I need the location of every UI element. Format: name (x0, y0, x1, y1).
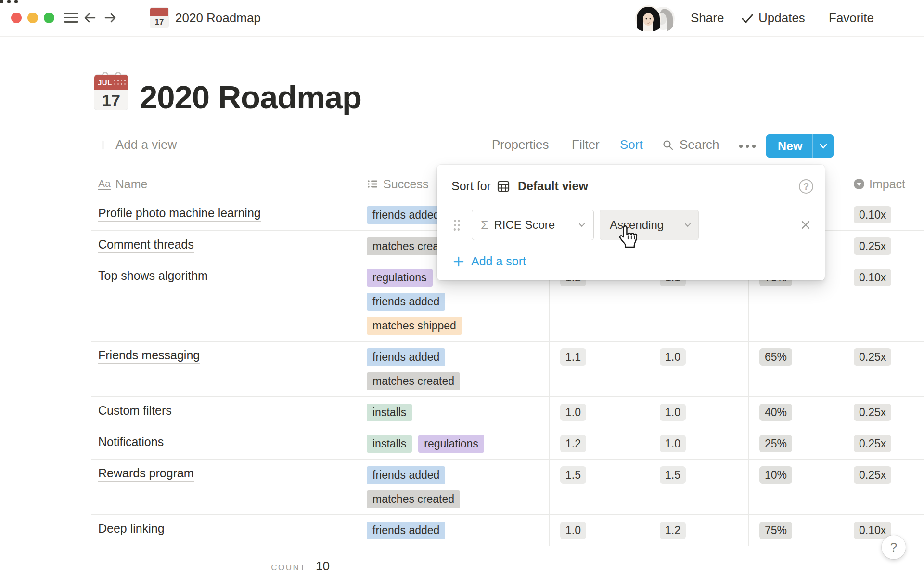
number-cell[interactable]: 1.2 (550, 428, 649, 459)
chevron-down-icon (684, 221, 692, 229)
zoom-window-button[interactable] (44, 13, 54, 23)
search-button[interactable]: Search (662, 137, 719, 152)
chevron-down-icon (578, 221, 586, 229)
breadcrumb-page-title[interactable]: 2020 Roadmap (175, 0, 261, 36)
column-header-impact[interactable]: Impact (843, 169, 924, 199)
new-button[interactable]: New (766, 134, 834, 158)
page-link[interactable]: Top shows algorithm (98, 269, 208, 284)
page-link[interactable]: Comment threads (98, 237, 194, 253)
row-name-cell[interactable]: Deep linking (91, 515, 356, 546)
number-cell[interactable]: 1.1 (550, 342, 649, 396)
number-value: 1.2 (660, 522, 686, 539)
success-tags-cell[interactable]: friends addedmatches created (356, 460, 550, 514)
number-cell[interactable]: 40% (749, 397, 843, 428)
number-value: 1.1 (560, 348, 586, 366)
number-value: 1.5 (660, 466, 686, 484)
number-cell[interactable]: 1.0 (550, 515, 649, 546)
sidebar-menu-icon[interactable] (64, 13, 78, 23)
formula-sigma-icon: Σ (481, 218, 488, 232)
sort-property-value: RICE Score (494, 218, 555, 232)
number-value: 1.2 (560, 435, 586, 452)
sort-direction-select[interactable]: Ascending (600, 210, 699, 240)
column-header-name[interactable]: Aa Name (91, 169, 356, 199)
sort-button[interactable]: Sort (620, 137, 643, 152)
page-icon-calendar[interactable]: JUL 17 (94, 75, 128, 110)
impact-value: 0.25x (854, 348, 891, 366)
number-cell[interactable]: 65% (749, 342, 843, 396)
table-row: Custom filtersinstalls1.01.040%0.25x (91, 397, 924, 428)
impact-cell[interactable]: 0.25x (843, 460, 924, 514)
number-value: 1.0 (560, 522, 586, 539)
success-tags-cell[interactable]: friends added (356, 515, 550, 546)
row-name-cell[interactable]: Custom filters (91, 397, 356, 428)
favorite-button[interactable]: Favorite (829, 0, 874, 36)
drag-handle-icon[interactable] (453, 219, 461, 231)
number-cell[interactable]: 1.0 (649, 342, 749, 396)
forward-arrow-icon[interactable] (103, 11, 117, 25)
row-name-cell[interactable]: Profile photo machine learning (91, 199, 356, 230)
help-icon[interactable]: ? (799, 179, 813, 194)
success-tags-cell[interactable]: friends addedmatches created (356, 342, 550, 396)
page-title[interactable]: 2020 Roadmap (140, 79, 361, 116)
number-value: 1.5 (560, 466, 586, 484)
page-link[interactable]: Custom filters (98, 404, 172, 419)
back-arrow-icon[interactable] (83, 11, 97, 25)
avatar (635, 5, 661, 31)
close-window-button[interactable] (11, 13, 22, 23)
help-button[interactable]: ? (882, 535, 906, 559)
page-link[interactable]: Profile photo machine learning (98, 206, 261, 222)
minimize-window-button[interactable] (27, 13, 38, 23)
chevron-down-icon (819, 141, 828, 151)
view-more-options-icon[interactable] (739, 144, 756, 148)
remove-sort-icon[interactable] (800, 220, 811, 230)
success-tags-cell[interactable]: installs (356, 397, 550, 428)
number-cell[interactable]: 1.5 (649, 460, 749, 514)
page-link[interactable]: Friends messaging (98, 348, 200, 364)
page-link[interactable]: Notifications (98, 435, 164, 450)
sort-property-select[interactable]: Σ RICE Score (472, 210, 594, 240)
impact-value: 0.25x (854, 435, 891, 452)
add-sort-button[interactable]: Add a sort (453, 254, 526, 268)
row-name-cell[interactable]: Comment threads (91, 231, 356, 262)
table-row: Notificationsinstallsregulations1.21.025… (91, 428, 924, 460)
page-calendar-icon: 17 (150, 8, 168, 28)
row-name-cell[interactable]: Notifications (91, 428, 356, 459)
number-value: 65% (759, 348, 792, 366)
success-tags-cell[interactable]: installsregulations (356, 428, 550, 459)
impact-cell[interactable]: 0.10x (843, 199, 924, 230)
page-link[interactable]: Rewards program (98, 466, 194, 482)
number-cell[interactable]: 75% (749, 515, 843, 546)
table-row: Friends messagingfriends addedmatches cr… (91, 342, 924, 397)
tag-friends-added: friends added (367, 293, 445, 311)
row-name-cell[interactable]: Friends messaging (91, 342, 356, 396)
number-cell[interactable]: 1.0 (550, 397, 649, 428)
number-cell[interactable]: 1.0 (649, 397, 749, 428)
number-cell[interactable]: 1.0 (649, 428, 749, 459)
count-value: 10 (316, 559, 330, 574)
count-label: COUNT (271, 563, 306, 573)
page-link[interactable]: Deep linking (98, 522, 165, 537)
row-name-cell[interactable]: Top shows algorithm (91, 262, 356, 341)
add-view-button[interactable]: Add a view (97, 137, 177, 152)
impact-cell[interactable]: 0.25x (843, 342, 924, 396)
share-button[interactable]: Share (691, 0, 724, 36)
impact-value: 0.10x (854, 269, 891, 286)
updates-button[interactable]: Updates (741, 0, 805, 36)
filter-button[interactable]: Filter (572, 137, 600, 152)
check-icon (741, 12, 754, 25)
sort-popup-header: Sort for Default view (451, 179, 588, 193)
number-cell[interactable]: 1.5 (550, 460, 649, 514)
row-name-cell[interactable]: Rewards program (91, 460, 356, 514)
number-cell[interactable]: 10% (749, 460, 843, 514)
impact-value: 0.25x (854, 404, 891, 421)
number-cell[interactable]: 25% (749, 428, 843, 459)
impact-cell[interactable]: 0.25x (843, 428, 924, 459)
impact-cell[interactable]: 0.25x (843, 397, 924, 428)
view-toolbar: Add a view Properties Filter Sort Search… (0, 132, 924, 158)
collaborator-avatars (634, 4, 676, 32)
table-count-row[interactable]: COUNT 10 (91, 559, 356, 574)
number-cell[interactable]: 1.2 (649, 515, 749, 546)
impact-cell[interactable]: 0.25x (843, 231, 924, 262)
properties-button[interactable]: Properties (492, 137, 549, 152)
impact-cell[interactable]: 0.10x (843, 262, 924, 341)
